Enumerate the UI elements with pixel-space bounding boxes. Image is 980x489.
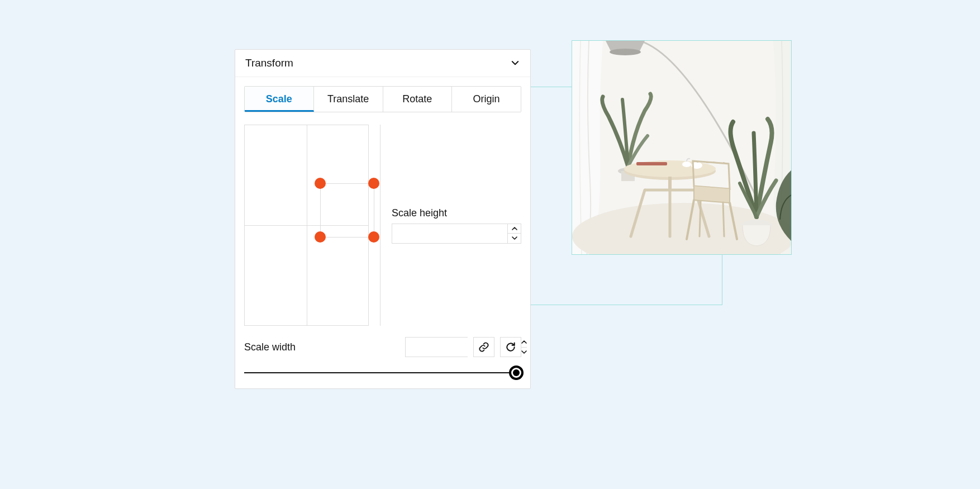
- scale-handle-tl[interactable]: [315, 178, 326, 189]
- chevron-up-icon: [521, 340, 527, 344]
- scale-edge-right: [374, 183, 374, 237]
- scale-width-input: [405, 337, 468, 357]
- scale-content: Scale height: [244, 125, 521, 326]
- svg-point-2: [610, 49, 641, 55]
- link-icon: [478, 341, 489, 353]
- scale-handle-br[interactable]: [368, 231, 379, 243]
- transform-tabs: Scale Translate Rotate Origin: [244, 86, 521, 112]
- scale-grid[interactable]: [244, 125, 369, 326]
- tab-translate[interactable]: Translate: [314, 87, 383, 112]
- tab-rotate[interactable]: Rotate: [383, 87, 453, 112]
- tab-scale[interactable]: Scale: [245, 87, 314, 112]
- scale-width-section: Scale width: [244, 337, 521, 379]
- scale-height-step-up[interactable]: [508, 224, 521, 234]
- chevron-up-icon: [512, 227, 517, 230]
- scale-edge-left: [320, 183, 321, 237]
- scale-height-input: [392, 224, 521, 244]
- scale-width-slider[interactable]: [244, 366, 521, 379]
- connector-line: [722, 254, 722, 305]
- image-preview: [572, 40, 792, 255]
- tab-origin[interactable]: Origin: [452, 87, 521, 112]
- panel-body: Scale Translate Rotate Origin: [235, 77, 530, 388]
- scale-height-column: Scale height: [392, 125, 521, 326]
- slider-handle[interactable]: [509, 365, 524, 380]
- scale-width-label: Scale width: [244, 341, 399, 353]
- scale-height-label: Scale height: [392, 207, 521, 219]
- chevron-down-icon: [521, 350, 527, 354]
- scale-edge-top: [320, 183, 374, 184]
- scale-width-stepper: [521, 338, 527, 357]
- scale-rect: [320, 183, 374, 237]
- scale-width-step-down[interactable]: [521, 348, 527, 357]
- panel-header-toggle[interactable]: Transform: [235, 50, 530, 77]
- link-aspect-button[interactable]: [473, 337, 494, 357]
- scale-edge-bottom: [320, 237, 374, 238]
- svg-rect-7: [636, 162, 667, 165]
- separator: [380, 125, 380, 326]
- svg-point-8: [682, 162, 691, 167]
- scale-height-step-down[interactable]: [508, 234, 521, 243]
- reset-button[interactable]: [500, 337, 521, 357]
- scale-handle-tr[interactable]: [368, 178, 379, 189]
- scale-height-field[interactable]: [392, 224, 507, 243]
- room-illustration: [572, 41, 792, 255]
- scale-handle-bl[interactable]: [315, 231, 326, 243]
- connector-line: [531, 87, 572, 87]
- reset-icon: [505, 341, 516, 353]
- chevron-down-icon: [512, 236, 517, 240]
- transform-panel: Transform Scale Translate Rotate Origin: [235, 49, 531, 389]
- scale-width-step-up[interactable]: [521, 338, 527, 348]
- scale-height-stepper: [507, 224, 521, 243]
- chevron-down-icon: [510, 58, 520, 68]
- connector-line: [531, 305, 722, 305]
- slider-track: [244, 372, 521, 373]
- panel-title: Transform: [245, 57, 293, 69]
